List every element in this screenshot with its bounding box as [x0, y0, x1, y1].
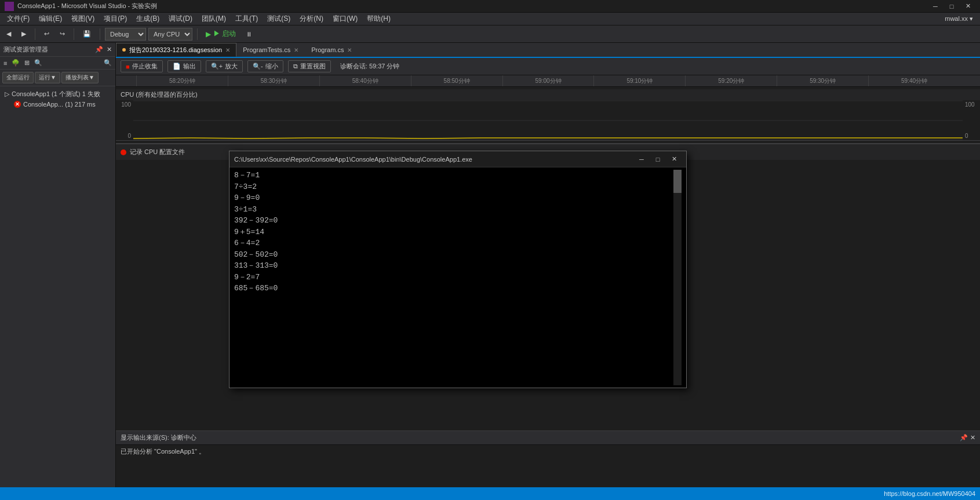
- output-icon: 📄: [173, 63, 181, 70]
- run-button[interactable]: ▶ ▶ 启动: [202, 28, 239, 40]
- pin-icon[interactable]: 📌: [95, 46, 103, 53]
- tab-report[interactable]: 报告20190323-1216.diagsession ✕: [116, 43, 236, 57]
- back-button[interactable]: ◀: [2, 28, 15, 39]
- sidebar-header-icons: 📌 ✕: [95, 46, 112, 53]
- run-selected-btn[interactable]: 运行▼: [35, 72, 60, 83]
- tab-program[interactable]: Program.cs ✕: [305, 43, 358, 57]
- menu-debug[interactable]: 调试(D): [164, 13, 197, 25]
- sidebar: 测试资源管理器 📌 ✕ ≡ 🌳 ⊞ 🔍 🔍 全部运行 运行▼ 播放列表▼ ▷ C…: [0, 43, 116, 500]
- sidebar-group-btn[interactable]: ⊞: [23, 58, 31, 68]
- output-pin-icon[interactable]: 📌: [960, 434, 968, 441]
- close-button[interactable]: ✕: [960, 1, 975, 12]
- sidebar-close-icon[interactable]: ✕: [107, 46, 112, 53]
- tab-program-tests-label: ProgramTests.cs: [243, 46, 290, 53]
- cpu-title: CPU (所有处理器的百分比): [121, 90, 198, 99]
- console-line-8: 313－313=0: [234, 260, 673, 272]
- console-scrollbar[interactable]: [673, 170, 682, 385]
- sidebar-list-view-btn[interactable]: ≡: [2, 59, 8, 68]
- tick-5: 59:10分钟: [593, 75, 685, 87]
- cpu-y-right: 100 0: [963, 100, 980, 140]
- timeline-ticks: 58:20分钟 58:30分钟 58:40分钟 58:50分钟 59:00分钟 …: [136, 75, 960, 87]
- console-line-6: 6－4=2: [234, 238, 673, 249]
- menu-edit[interactable]: 编辑(E): [34, 13, 67, 25]
- output-label: 输出: [183, 62, 196, 71]
- tab-report-label: 报告20190323-1216.diagsession: [129, 46, 222, 54]
- sidebar-filter-btn[interactable]: 🔍: [33, 58, 43, 68]
- output-source-label: 显示输出来源(S): 诊断中心: [121, 433, 196, 442]
- cpu-section-header: CPU (所有处理器的百分比): [116, 89, 980, 100]
- separator-2: [74, 28, 74, 40]
- debug-mode-select[interactable]: Debug Release: [105, 28, 146, 41]
- console-line-10: 685－685=0: [234, 283, 673, 294]
- zoom-in-icon: 🔍+: [211, 63, 223, 70]
- console-close-btn[interactable]: ✕: [666, 154, 682, 165]
- vs-icon: [5, 2, 14, 11]
- reset-icon: ⧉: [293, 63, 298, 70]
- zoom-out-icon: 🔍-: [253, 63, 263, 70]
- cpu-chart-area: 100 0 100: [116, 100, 980, 141]
- menu-analyze[interactable]: 分析(N): [295, 13, 328, 25]
- menu-tools[interactable]: 工具(T): [231, 13, 263, 25]
- tick-2: 58:40分钟: [319, 75, 411, 87]
- platform-select[interactable]: Any CPU x86 x64: [148, 28, 192, 41]
- tick-0: 58:20分钟: [136, 75, 228, 87]
- menu-project[interactable]: 项目(P): [99, 13, 132, 25]
- reset-view-btn[interactable]: ⧉ 重置视图: [288, 60, 331, 72]
- pause-button[interactable]: ⏸: [242, 29, 256, 39]
- console-line-4: 392－392=0: [234, 215, 673, 227]
- minimize-button[interactable]: ─: [928, 1, 943, 12]
- tab-program-close[interactable]: ✕: [347, 47, 352, 53]
- forward-button[interactable]: ▶: [17, 28, 30, 39]
- sidebar-item-consoleapp-test[interactable]: ✕ ConsoleApp... (1) 217 ms: [12, 100, 113, 109]
- menu-help[interactable]: 帮助(H): [362, 13, 395, 25]
- console-line-2: 9－9=0: [234, 192, 673, 204]
- run-all-btn[interactable]: 全部运行: [2, 72, 34, 83]
- zoom-out-btn[interactable]: 🔍- 缩小: [247, 60, 283, 72]
- playlist-btn[interactable]: 播放列表▼: [61, 72, 99, 83]
- diag-session-label: 诊断会话: 59:37 分钟: [340, 62, 400, 71]
- sidebar-toolbar: ≡ 🌳 ⊞ 🔍 🔍: [0, 57, 115, 70]
- console-scrollbar-thumb[interactable]: [673, 170, 682, 193]
- tick-3: 58:50分钟: [411, 75, 502, 87]
- maximize-button[interactable]: □: [944, 1, 959, 12]
- sidebar-item-consoleapp1-group[interactable]: ▷ ConsoleApp1 (1 个测试) 1 失败: [2, 89, 113, 100]
- menu-team[interactable]: 团队(M): [197, 13, 231, 25]
- cpu-chart: [133, 100, 963, 140]
- menu-test[interactable]: 测试(S): [263, 13, 295, 25]
- run-label: ▶ 启动: [213, 29, 236, 39]
- console-line-3: 3÷1=3: [234, 204, 673, 216]
- tick-1: 58:30分钟: [228, 75, 319, 87]
- output-close-icon[interactable]: ✕: [970, 434, 975, 441]
- menu-view[interactable]: 视图(V): [67, 13, 99, 25]
- tab-program-label: Program.cs: [311, 46, 344, 53]
- user-info: mwal.xx ▾: [940, 15, 978, 23]
- sidebar-tree-view-btn[interactable]: 🌳: [10, 58, 21, 68]
- save-button[interactable]: 💾: [79, 28, 95, 39]
- tab-modified-dot: [122, 48, 126, 52]
- menu-file[interactable]: 文件(F): [2, 13, 34, 25]
- status-right: https://blog.csdn.net/MW950404: [884, 490, 975, 497]
- menu-build[interactable]: 生成(B): [132, 13, 164, 25]
- zoom-in-btn[interactable]: 🔍+ 放大: [206, 60, 243, 72]
- sidebar-search-btn[interactable]: 🔍: [103, 58, 113, 68]
- sidebar-actions: 全部运行 运行▼ 播放列表▼: [0, 70, 115, 86]
- zoom-out-label: 缩小: [265, 62, 278, 71]
- undo-button[interactable]: ↩: [40, 28, 53, 39]
- output-btn[interactable]: 📄 输出: [167, 60, 201, 72]
- title-bar-text: ConsoleApp1 - Microsoft Visual Studio - …: [17, 2, 157, 10]
- tick-6: 59:20分钟: [685, 75, 777, 87]
- record-cpu-btn[interactable]: 记录 CPU 配置文件: [121, 148, 185, 156]
- tab-report-close[interactable]: ✕: [225, 47, 230, 53]
- menu-window[interactable]: 窗口(W): [328, 13, 362, 25]
- console-maximize-btn[interactable]: □: [650, 154, 665, 165]
- output-source: 显示输出来源(S): 诊断中心: [121, 433, 196, 442]
- redo-button[interactable]: ↪: [56, 28, 69, 39]
- tree-expand-icon: ▷: [5, 90, 9, 98]
- diag-toolbar: ■ 停止收集 📄 输出 🔍+ 放大 🔍- 缩小 ⧉ 重置视图: [116, 58, 980, 75]
- tab-program-tests-close[interactable]: ✕: [294, 47, 298, 53]
- tree-sub-item-label: ConsoleApp... (1) 217 ms: [23, 101, 96, 108]
- tab-program-tests[interactable]: ProgramTests.cs ✕: [236, 43, 305, 57]
- stop-collect-label: 停止收集: [132, 62, 158, 71]
- console-minimize-btn[interactable]: ─: [634, 154, 649, 165]
- stop-collect-btn[interactable]: ■ 停止收集: [121, 60, 163, 72]
